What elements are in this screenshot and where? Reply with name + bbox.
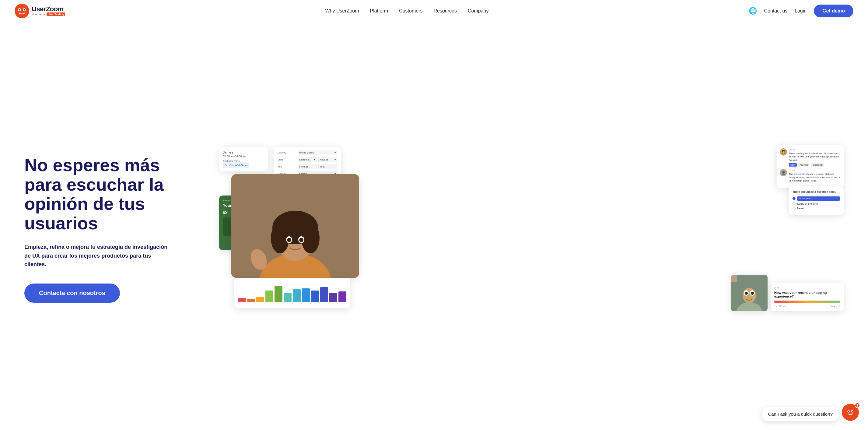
bar-2 xyxy=(247,299,255,303)
logo[interactable]: UserZoom Now part of User Testing xyxy=(14,4,65,18)
chat-entry-1: 👩 00:49 That's really good feedback and … xyxy=(780,148,841,167)
bar-11 xyxy=(329,293,337,303)
survey2-labels: 1 - Difficult Easy - 11 xyxy=(774,305,840,308)
survey2-question: How was your recent e-shopping experienc… xyxy=(774,291,840,298)
radio-never[interactable] xyxy=(793,207,796,210)
nav-right: 🌐 Contact us Login Get demo xyxy=(749,5,854,17)
notification-badge: 1 xyxy=(855,403,860,408)
bar-1 xyxy=(238,298,246,302)
hero-subheading: Empieza, refina o mejora tu estrategia d… xyxy=(24,243,170,269)
hero-section: No esperes más para escuchar la opinión … xyxy=(0,22,868,430)
chat-action-buttons: Copy Add note Create clip xyxy=(789,163,841,167)
svg-point-29 xyxy=(848,411,849,412)
chart-area xyxy=(238,281,346,302)
svg-rect-20 xyxy=(731,275,737,282)
survey-option-1[interactable]: All the time xyxy=(793,196,840,201)
country-select[interactable]: United States▾ xyxy=(298,150,337,155)
bar-3 xyxy=(256,297,264,303)
chat-time-2: 01:02 xyxy=(789,169,841,172)
svg-point-21 xyxy=(743,288,756,303)
chat-text-2: The #scheduling feature is super slick a… xyxy=(789,172,841,183)
filter-row-state: State California▾ Nevada▾ xyxy=(278,157,337,162)
survey2-card: Q 7 How was your recent e-shopping exper… xyxy=(771,283,844,311)
chat-avatar-1: 👩 xyxy=(780,148,787,155)
age-to[interactable]: to 30 xyxy=(318,164,337,169)
nav-platform[interactable]: Platform xyxy=(370,8,389,13)
chat-entry-2: 👤 01:02 The #scheduling feature is super… xyxy=(780,169,841,183)
survey-option-2[interactable]: Some of the time xyxy=(793,202,840,205)
chat-widget: Can I ask you a quick question? 1 xyxy=(763,404,859,421)
bar-9 xyxy=(311,290,319,303)
available-time: 04:15pm–06:00pm xyxy=(225,164,247,167)
get-demo-button[interactable]: Get demo xyxy=(814,5,854,17)
hero-left: No esperes más para escuchar la opinión … xyxy=(24,155,195,303)
filter-row-age: Age From 21 to 30 xyxy=(278,164,337,169)
bar-chart-card xyxy=(234,278,350,308)
copy-button[interactable]: Copy xyxy=(789,163,797,167)
logo-brand-name: UserZoom xyxy=(32,6,65,12)
svg-point-11 xyxy=(271,223,289,253)
schedule-time: 03:00pm–04:00pm xyxy=(223,155,264,158)
survey-question: There should be a question here? xyxy=(793,190,840,194)
language-selector-button[interactable]: 🌐 xyxy=(749,7,757,15)
chat-avatar-2: 👤 xyxy=(780,169,787,176)
nav-resources[interactable]: Resources xyxy=(434,8,457,13)
logo-sub-text: Now part of User Testing xyxy=(32,13,65,16)
hero-cta-button[interactable]: Contacta con nosotros xyxy=(24,284,120,303)
nav-links: Why UserZoom Platform Customers Resource… xyxy=(325,8,489,14)
schedule-card: James 03:00pm–04:00pm Available Time 04:… xyxy=(219,147,268,171)
option-label-all-time: All the time xyxy=(797,196,840,201)
video-background xyxy=(231,174,359,278)
svg-point-24 xyxy=(745,292,748,295)
add-note-button[interactable]: Add note xyxy=(798,163,810,167)
svg-point-16 xyxy=(299,238,304,242)
chat-time-1: 00:49 xyxy=(789,148,841,151)
video-person-svg xyxy=(231,174,359,278)
option-never: Never xyxy=(797,207,804,210)
chat-text-1: That's really good feedback and I'll com… xyxy=(789,152,841,162)
nav-company[interactable]: Company xyxy=(468,8,489,13)
svg-point-0 xyxy=(14,4,29,18)
svg-point-15 xyxy=(287,238,291,242)
bar-12 xyxy=(338,291,346,302)
bot-face-icon xyxy=(845,407,856,418)
hero-heading: No esperes más para escuchar la opinión … xyxy=(24,155,195,233)
navbar: UserZoom Now part of User Testing Why Us… xyxy=(0,0,868,22)
survey-option-3[interactable]: Never xyxy=(793,207,840,210)
chat-transcript-card: 👩 00:49 That's really good feedback and … xyxy=(777,145,844,188)
bar-10 xyxy=(320,287,328,302)
radio-some-time[interactable] xyxy=(793,202,796,205)
small-video-svg xyxy=(731,275,768,311)
state-select[interactable]: California▾ xyxy=(298,157,316,162)
nav-customers[interactable]: Customers xyxy=(399,8,423,13)
survey2-label-left: 1 - Difficult xyxy=(774,305,786,308)
survey2-scale xyxy=(774,300,840,303)
main-video-card xyxy=(231,174,359,278)
svg-point-30 xyxy=(851,411,853,412)
stat-1: 6X xyxy=(223,210,228,215)
survey2-q-label: Q 7 xyxy=(774,287,840,290)
chat-bot-icon[interactable]: 1 xyxy=(842,404,859,421)
nav-why-userzoom[interactable]: Why UserZoom xyxy=(325,8,359,13)
available-label: Available Time xyxy=(223,160,264,162)
logo-icon xyxy=(14,4,29,18)
survey2-label-right: Easy - 11 xyxy=(830,305,840,308)
bar-6 xyxy=(284,293,291,303)
contact-link[interactable]: Contact us xyxy=(764,8,787,14)
small-video-card xyxy=(731,275,768,311)
age-from[interactable]: From 21 xyxy=(298,164,316,169)
hero-right-collage: James 03:00pm–04:00pm Available Time 04:… xyxy=(213,144,844,314)
svg-point-12 xyxy=(301,223,319,253)
option-some-time: Some of the time xyxy=(797,202,818,205)
filter-row-country: Country United States▾ xyxy=(278,150,337,155)
svg-point-4 xyxy=(24,9,25,10)
state-select2[interactable]: Nevada▾ xyxy=(318,157,337,162)
svg-point-25 xyxy=(751,292,754,295)
bar-4 xyxy=(266,290,273,303)
bar-8 xyxy=(302,288,310,303)
svg-point-26 xyxy=(845,407,856,418)
radio-all-time[interactable] xyxy=(793,197,796,200)
login-link[interactable]: Login xyxy=(795,8,807,14)
create-clip-button[interactable]: Create clip xyxy=(811,163,824,167)
bar-7 xyxy=(293,289,301,302)
